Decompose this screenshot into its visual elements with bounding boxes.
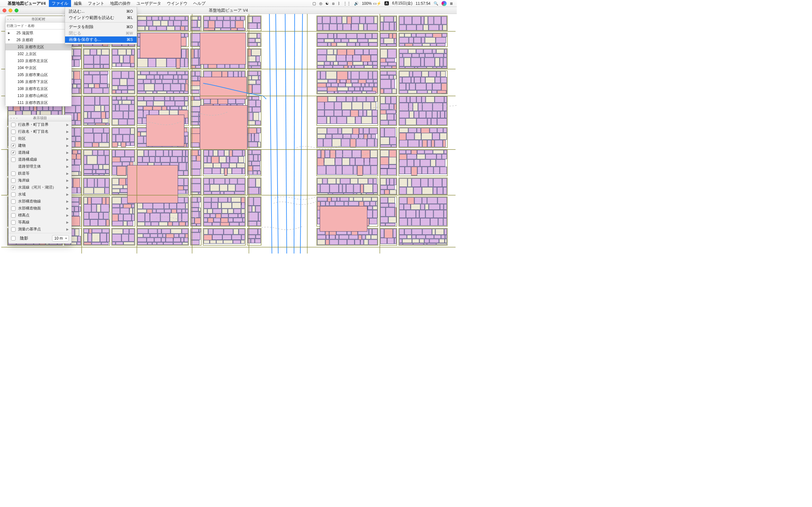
menu-file[interactable]: ファイル	[49, 0, 71, 7]
svg-rect-1215	[117, 166, 126, 176]
notification-center-icon[interactable]: ≣	[450, 1, 453, 6]
layer-checkbox[interactable]	[11, 206, 15, 211]
layer-checkbox[interactable]	[11, 227, 15, 232]
region-row[interactable]: ▶25滋賀県	[5, 30, 71, 37]
layer-checkbox[interactable]	[11, 123, 15, 127]
region-row[interactable]: ▼26京都府	[5, 37, 71, 43]
status-icon-3[interactable]: ☯	[325, 1, 329, 6]
svg-rect-1502	[388, 185, 395, 189]
layer-row[interactable]: 海岸線▶	[9, 177, 71, 184]
shadow-distance-select[interactable]: 10 m	[52, 235, 69, 241]
svg-rect-1442	[191, 184, 201, 192]
layer-row[interactable]: 水部構造物面▶	[9, 205, 71, 212]
layer-row[interactable]: 測量の基準点▶	[9, 226, 71, 233]
siri-icon[interactable]	[442, 1, 447, 6]
battery-icon[interactable]: ▭⚡	[373, 1, 381, 6]
volume-icon[interactable]: 🔊	[354, 1, 359, 6]
layer-checkbox[interactable]	[11, 144, 15, 148]
layer-checkbox[interactable]	[11, 136, 15, 141]
menu-userdata[interactable]: ユーザデータ	[134, 0, 164, 7]
layer-checkbox[interactable]	[11, 192, 15, 197]
svg-rect-1793	[420, 218, 430, 226]
svg-rect-959	[409, 111, 414, 118]
region-column-header[interactable]: 行政コード・名称	[5, 22, 71, 30]
layer-checkbox[interactable]	[11, 130, 15, 134]
menu-map-ops[interactable]: 地図の操作	[107, 0, 134, 7]
menubar-date[interactable]: 6月15日(金)	[392, 1, 412, 6]
shadow-checkbox[interactable]	[11, 236, 15, 240]
menu-window[interactable]: ウインドウ	[164, 0, 190, 7]
window-close-button[interactable]	[3, 9, 6, 12]
region-row[interactable]: 105京都市東山区	[5, 71, 71, 78]
svg-rect-244	[372, 34, 377, 39]
svg-rect-282	[436, 38, 446, 43]
svg-rect-203	[185, 34, 188, 37]
layer-checkbox[interactable]	[11, 213, 15, 218]
region-row[interactable]: 101京都市北区	[5, 43, 71, 50]
svg-rect-245	[317, 39, 324, 42]
file-menu-delete-data[interactable]: データを削除⌘D	[65, 24, 137, 30]
layer-row[interactable]: 街区▶	[9, 135, 71, 142]
svg-rect-630	[317, 71, 320, 79]
layer-row[interactable]: 道路縁▶	[9, 149, 71, 156]
menu-help[interactable]: ヘルプ	[190, 0, 208, 7]
spotlight-icon[interactable]: 🔍	[434, 1, 438, 6]
svg-rect-286	[422, 43, 430, 46]
menubar-time[interactable]: 11:57:54	[415, 1, 430, 6]
layer-checkbox[interactable]	[11, 220, 15, 225]
battery-percent[interactable]: 100%	[362, 1, 372, 6]
layer-checkbox[interactable]	[11, 178, 15, 183]
layer-row[interactable]: 水部構造物線▶	[9, 198, 71, 205]
layers-panel-header[interactable]: 表示項目	[9, 115, 71, 121]
menu-font[interactable]: フォント	[85, 0, 107, 7]
svg-rect-1757	[380, 198, 388, 203]
layer-row[interactable]: 水涯線（河川・湖沼）▶	[9, 184, 71, 191]
app-name[interactable]: 基盤地図ビューアV4	[8, 1, 46, 6]
region-row[interactable]: 106京都市下京区	[5, 78, 71, 85]
layer-checkbox[interactable]	[11, 185, 15, 190]
layer-row[interactable]: 道路管理主体▶	[9, 163, 71, 170]
region-row[interactable]: 104中京区	[5, 64, 71, 71]
layer-row[interactable]: 水域▶	[9, 191, 71, 198]
svg-rect-1025	[112, 142, 118, 147]
svg-rect-238	[328, 34, 334, 39]
window-zoom-button[interactable]	[14, 9, 18, 12]
layer-checkbox[interactable]	[11, 158, 15, 162]
layer-checkbox[interactable]	[11, 199, 15, 204]
file-menu-load-window[interactable]: ウインドウ範囲を読込む⌘L	[65, 14, 137, 21]
region-row[interactable]: 110京都市山科区	[5, 92, 71, 99]
ime-indicator[interactable]: A	[385, 1, 389, 5]
region-panel-header[interactable]: 市区町村	[5, 16, 71, 22]
dropbox-icon[interactable]: ⧈	[332, 1, 335, 6]
window-minimize-button[interactable]	[9, 9, 12, 12]
layer-row[interactable]: 行政名・町丁目名▶	[9, 128, 71, 135]
svg-rect-396	[248, 62, 258, 66]
layer-row[interactable]: 鉄道等▶	[9, 170, 71, 177]
region-row[interactable]: 108京都市右京区	[5, 85, 71, 92]
layer-row[interactable]: 行政界・町丁目界▶	[9, 121, 71, 128]
svg-rect-1947	[393, 229, 396, 237]
svg-rect-1685	[242, 214, 245, 218]
bluetooth-icon[interactable]: ᛒ	[338, 1, 340, 6]
layer-row[interactable]: 道路構成線▶	[9, 156, 71, 163]
region-row[interactable]: 102上京区	[5, 50, 71, 57]
menu-edit[interactable]: 編集	[71, 0, 85, 7]
layer-checkbox[interactable]	[11, 151, 15, 155]
svg-rect-773	[105, 106, 109, 111]
file-menu-open[interactable]: 読込む...⌘O	[65, 8, 137, 14]
region-row[interactable]: 111京都市西京区	[5, 99, 71, 106]
svg-rect-1563	[74, 207, 78, 211]
layer-row[interactable]: 建物▶	[9, 142, 71, 149]
region-row[interactable]: 103京都市左京区	[5, 57, 71, 64]
svg-rect-85	[198, 20, 200, 27]
layer-row[interactable]: 標高点▶	[9, 212, 71, 219]
layer-checkbox[interactable]	[11, 171, 15, 176]
svg-rect-1464	[256, 178, 261, 187]
file-menu-save-image[interactable]: 画像を保存する...⌘S	[65, 37, 137, 43]
layer-row[interactable]: 等高線▶	[9, 219, 71, 226]
status-icon-1[interactable]: ▢	[312, 1, 316, 6]
svg-rect-1669	[222, 203, 232, 208]
wifi-icon[interactable]: ⋮⋮	[343, 1, 351, 6]
svg-rect-776	[91, 112, 101, 118]
creative-cloud-icon[interactable]: ◎	[319, 1, 322, 6]
